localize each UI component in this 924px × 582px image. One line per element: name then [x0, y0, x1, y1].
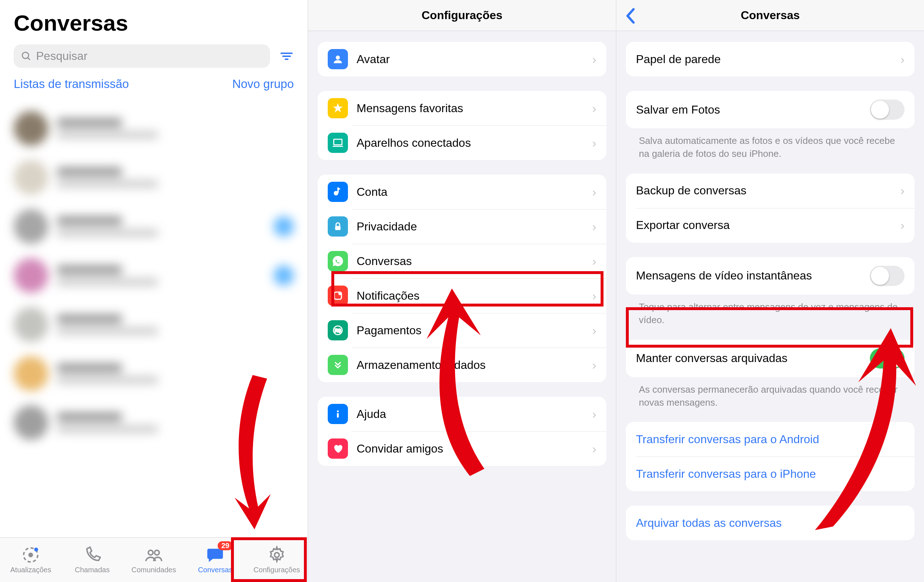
svg-point-6 — [28, 553, 33, 557]
search-placeholder: Pesquisar — [36, 49, 87, 63]
svg-rect-12 — [334, 139, 342, 145]
svg-rect-17 — [335, 226, 341, 230]
page-title: Conversas — [0, 0, 307, 44]
svg-point-7 — [34, 547, 38, 551]
row-label: Pagamentos — [356, 324, 592, 337]
svg-point-0 — [22, 52, 29, 58]
settings-row-starred[interactable]: Mensagens favoritas › — [318, 91, 606, 125]
chevron-right-icon: › — [592, 442, 596, 456]
header: Configurações — [308, 0, 616, 31]
row-wallpaper[interactable]: Papel de parede › — [626, 42, 915, 76]
header-title: Configurações — [422, 9, 502, 22]
svg-point-11 — [336, 56, 340, 59]
tab-settings[interactable]: Configurações — [246, 538, 307, 582]
row-keep-archived[interactable]: Manter conversas arquivadas — [626, 340, 915, 377]
search-icon — [21, 51, 32, 62]
row-label: Conta — [356, 185, 592, 199]
tab-label: Conversas — [198, 566, 233, 574]
filter-icon[interactable] — [279, 49, 294, 64]
row-save-photos[interactable]: Salvar em Fotos — [626, 91, 915, 128]
row-instant-video[interactable]: Mensagens de vídeo instantâneas — [626, 257, 915, 294]
communities-icon — [144, 546, 163, 564]
row-label: Papel de parede — [636, 53, 901, 66]
chevron-right-icon: › — [592, 407, 596, 421]
tab-label: Configurações — [253, 566, 300, 574]
chevron-right-icon: › — [592, 220, 596, 233]
row-label: Arquivar todas as conversas — [636, 516, 904, 530]
header: Conversas — [617, 0, 924, 31]
svg-rect-23 — [337, 413, 339, 418]
svg-rect-16 — [337, 188, 340, 190]
footer-note: Salva automaticamente as fotos e os víde… — [626, 134, 915, 173]
settings-row-avatar[interactable]: Avatar › — [318, 42, 606, 76]
row-label: Aparelhos conectados — [356, 136, 592, 150]
laptop-icon — [328, 133, 348, 153]
chevron-right-icon: › — [592, 358, 596, 372]
settings-row-linked-devices[interactable]: Aparelhos conectados › — [318, 125, 606, 160]
notification-icon — [328, 286, 348, 306]
chevron-right-icon: › — [592, 324, 596, 337]
new-group-link[interactable]: Novo grupo — [232, 77, 294, 91]
row-label: Notificações — [356, 289, 592, 303]
chevron-right-icon: › — [592, 136, 596, 150]
chevron-right-icon: › — [901, 184, 904, 197]
settings-row-chats[interactable]: Conversas › — [318, 244, 606, 278]
whatsapp-icon — [328, 251, 348, 271]
tab-bar: Atualizações Chamadas Comunidades 29 Con… — [0, 537, 307, 582]
svg-rect-15 — [337, 187, 339, 193]
row-transfer-android[interactable]: Transferir conversas para o Android — [626, 422, 915, 457]
toggle-instant-video[interactable] — [870, 266, 904, 286]
row-label: Exportar conversa — [636, 219, 901, 232]
star-icon — [328, 98, 348, 118]
chevron-right-icon: › — [592, 101, 596, 115]
settings-row-storage[interactable]: Armazenamento e dados › — [318, 348, 606, 382]
tab-communities[interactable]: Comunidades — [123, 538, 185, 582]
svg-point-10 — [274, 553, 279, 557]
tab-label: Comunidades — [131, 566, 176, 574]
broadcast-lists-link[interactable]: Listas de transmissão — [14, 77, 129, 91]
settings-row-invite[interactable]: Convidar amigos › — [318, 431, 606, 466]
footer-note: Toque para alternar entre mensagens de v… — [626, 300, 915, 340]
chevron-right-icon: › — [592, 289, 596, 303]
payments-icon: R$ — [328, 320, 348, 340]
status-icon — [21, 546, 40, 564]
row-label: Privacidade — [356, 220, 592, 233]
settings-row-privacy[interactable]: Privacidade › — [318, 209, 606, 244]
storage-icon — [328, 355, 348, 375]
svg-point-19 — [338, 292, 342, 295]
chevron-right-icon: › — [901, 218, 904, 232]
info-icon — [328, 404, 348, 424]
svg-line-1 — [28, 58, 30, 59]
row-label: Mensagens favoritas — [356, 102, 592, 115]
tab-label: Chamadas — [75, 566, 110, 574]
row-backup[interactable]: Backup de conversas › — [626, 173, 915, 208]
row-archive-all[interactable]: Arquivar todas as conversas — [626, 506, 915, 540]
heart-icon — [328, 439, 348, 459]
key-icon — [328, 182, 348, 202]
lock-icon — [328, 216, 348, 237]
settings-row-notifications[interactable]: Notificações › — [318, 278, 606, 313]
unread-badge: 29 — [218, 541, 233, 550]
back-button[interactable] — [625, 8, 635, 24]
row-label: Ajuda — [356, 408, 592, 421]
settings-row-account[interactable]: Conta › — [318, 174, 606, 209]
row-transfer-iphone[interactable]: Transferir conversas para o iPhone — [626, 457, 915, 491]
svg-point-9 — [155, 550, 159, 555]
footer-note: As conversas permanecerão arquivadas qua… — [626, 383, 915, 422]
toggle-save-photos[interactable] — [870, 100, 904, 120]
tab-calls[interactable]: Chamadas — [61, 538, 123, 582]
settings-row-payments[interactable]: R$ Pagamentos › — [318, 313, 606, 348]
settings-row-help[interactable]: Ajuda › — [318, 397, 606, 431]
row-label: Transferir conversas para o iPhone — [636, 467, 904, 481]
header-title: Conversas — [741, 9, 800, 22]
tab-label: Atualizações — [10, 566, 51, 574]
search-input[interactable]: Pesquisar — [14, 44, 270, 68]
chevron-right-icon: › — [592, 254, 596, 268]
tab-updates[interactable]: Atualizações — [0, 538, 61, 582]
phone-icon — [83, 546, 102, 564]
svg-text:R$: R$ — [335, 328, 341, 333]
row-label: Conversas — [356, 255, 592, 268]
row-export[interactable]: Exportar conversa › — [626, 208, 915, 243]
tab-chats[interactable]: 29 Conversas — [185, 538, 246, 582]
toggle-keep-archived[interactable] — [870, 349, 904, 368]
